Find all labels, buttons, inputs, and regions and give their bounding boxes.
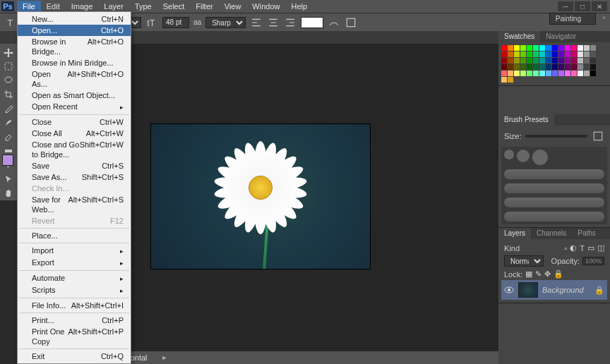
brush-preset-list[interactable] bbox=[501, 147, 607, 224]
swatch[interactable] bbox=[508, 77, 513, 83]
close-button[interactable]: ✕ bbox=[592, 1, 607, 11]
menu-item-new[interactable]: New...Ctrl+N bbox=[18, 13, 131, 25]
hand-tool-icon[interactable] bbox=[1, 186, 16, 200]
swatch[interactable] bbox=[501, 64, 507, 70]
swatch[interactable] bbox=[552, 64, 558, 70]
swatch[interactable] bbox=[584, 58, 590, 63]
menu-item-export[interactable]: Export bbox=[18, 257, 131, 269]
menu-item-save-for-web[interactable]: Save for Web...Alt+Shift+Ctrl+S bbox=[18, 194, 131, 215]
status-arrow-right-icon[interactable]: ► bbox=[162, 354, 168, 361]
swatch[interactable] bbox=[571, 45, 577, 51]
swatch[interactable] bbox=[533, 64, 539, 70]
swatch[interactable] bbox=[539, 45, 545, 51]
path-selection-tool-icon[interactable] bbox=[1, 172, 16, 186]
menu-type[interactable]: Type bbox=[129, 1, 157, 12]
brush-preset-item[interactable] bbox=[504, 183, 604, 193]
swatch[interactable] bbox=[558, 45, 564, 51]
menu-item-print[interactable]: Print...Ctrl+P bbox=[18, 315, 131, 326]
align-center-icon[interactable] bbox=[267, 16, 280, 29]
eyedropper-tool-icon[interactable] bbox=[1, 102, 16, 116]
swatch[interactable] bbox=[578, 51, 583, 57]
layer-name[interactable]: Background bbox=[542, 286, 584, 294]
brush-tool-icon[interactable] bbox=[1, 116, 16, 130]
swatch[interactable] bbox=[546, 71, 551, 76]
swatch[interactable] bbox=[514, 45, 520, 51]
lock-all-icon[interactable]: 🔒 bbox=[554, 269, 563, 279]
blend-mode-select[interactable]: Normal bbox=[504, 255, 544, 267]
swatch[interactable] bbox=[514, 71, 520, 76]
font-size-input[interactable] bbox=[162, 17, 189, 28]
align-right-icon[interactable] bbox=[284, 16, 297, 29]
swatch[interactable] bbox=[584, 64, 590, 70]
menu-item-open-as[interactable]: Open As...Alt+Shift+Ctrl+O bbox=[18, 68, 131, 90]
swatch[interactable] bbox=[552, 58, 558, 63]
swatch[interactable] bbox=[578, 45, 583, 51]
adjustment-filter-icon[interactable]: ◐ bbox=[570, 243, 577, 253]
swatch[interactable] bbox=[501, 45, 507, 51]
swatch[interactable] bbox=[501, 51, 507, 57]
swatch[interactable] bbox=[539, 51, 545, 57]
swatch[interactable] bbox=[539, 71, 545, 76]
menu-select[interactable]: Select bbox=[157, 1, 191, 12]
swatch[interactable] bbox=[508, 51, 513, 57]
tab-navigator[interactable]: Navigator bbox=[540, 31, 582, 42]
brush-preset-item[interactable] bbox=[504, 150, 604, 165]
brush-preset-item[interactable] bbox=[504, 169, 604, 179]
swatch[interactable] bbox=[565, 58, 570, 63]
lock-pixels-icon[interactable]: ✎ bbox=[535, 269, 542, 279]
menu-item-print-one-copy[interactable]: Print One CopyAlt+Shift+Ctrl+P bbox=[18, 326, 131, 347]
swatch[interactable] bbox=[571, 58, 577, 63]
workspace-switcher[interactable]: Painting bbox=[549, 13, 596, 25]
swatch[interactable] bbox=[508, 71, 513, 76]
swatch[interactable] bbox=[514, 58, 520, 63]
swatch[interactable] bbox=[514, 64, 520, 70]
swatch[interactable] bbox=[558, 71, 564, 76]
menu-file[interactable]: File bbox=[17, 1, 41, 12]
align-left-icon[interactable] bbox=[250, 16, 263, 29]
menu-item-exit[interactable]: ExitCtrl+Q bbox=[18, 351, 131, 362]
swatch[interactable] bbox=[578, 58, 583, 63]
menu-item-scripts[interactable]: Scripts bbox=[18, 284, 131, 296]
swatch[interactable] bbox=[527, 64, 532, 70]
brush-preset-item[interactable] bbox=[504, 198, 604, 207]
tab-channels[interactable]: Channels bbox=[531, 228, 572, 239]
swatch[interactable] bbox=[508, 58, 513, 63]
swatch[interactable] bbox=[508, 45, 513, 51]
menu-image[interactable]: Image bbox=[66, 1, 99, 12]
workspace-menu-icon[interactable]: » bbox=[602, 14, 606, 21]
layer-row-background[interactable]: Background 🔒 bbox=[501, 280, 607, 300]
swatch[interactable] bbox=[552, 71, 558, 76]
swatch[interactable] bbox=[533, 71, 539, 76]
swatch[interactable] bbox=[539, 64, 545, 70]
swatch[interactable] bbox=[590, 71, 596, 76]
swatch[interactable] bbox=[578, 71, 583, 76]
menu-item-automate[interactable]: Automate bbox=[18, 272, 131, 284]
character-panel-icon[interactable] bbox=[345, 16, 357, 29]
swatch[interactable] bbox=[501, 58, 507, 63]
swatch[interactable] bbox=[533, 45, 539, 51]
pixel-filter-icon[interactable]: ▫ bbox=[564, 244, 567, 253]
menu-item-close[interactable]: CloseCtrl+W bbox=[18, 116, 131, 128]
swatch[interactable] bbox=[565, 45, 570, 51]
swatch[interactable] bbox=[501, 77, 507, 83]
antialias-select[interactable]: Sharp bbox=[205, 17, 246, 28]
swatch[interactable] bbox=[520, 45, 526, 51]
swatch[interactable] bbox=[558, 51, 564, 57]
swatch[interactable] bbox=[501, 71, 507, 76]
swatch[interactable] bbox=[527, 51, 532, 57]
swatch[interactable] bbox=[520, 71, 526, 76]
menu-filter[interactable]: Filter bbox=[190, 1, 218, 12]
shape-filter-icon[interactable]: ▭ bbox=[587, 243, 594, 253]
menu-view[interactable]: View bbox=[219, 1, 247, 12]
swatch[interactable] bbox=[552, 51, 558, 57]
swatch[interactable] bbox=[571, 64, 577, 70]
minimize-button[interactable]: ─ bbox=[558, 1, 573, 11]
menu-item-open-as-smart-object[interactable]: Open as Smart Object... bbox=[18, 90, 131, 101]
tab-swatches[interactable]: Swatches bbox=[498, 31, 540, 42]
lasso-tool-icon[interactable] bbox=[1, 73, 16, 87]
swatch[interactable] bbox=[546, 64, 551, 70]
warp-text-icon[interactable] bbox=[328, 16, 340, 29]
swatch[interactable] bbox=[565, 64, 570, 70]
text-color-swatch[interactable] bbox=[301, 17, 323, 28]
swatch[interactable] bbox=[552, 45, 558, 51]
